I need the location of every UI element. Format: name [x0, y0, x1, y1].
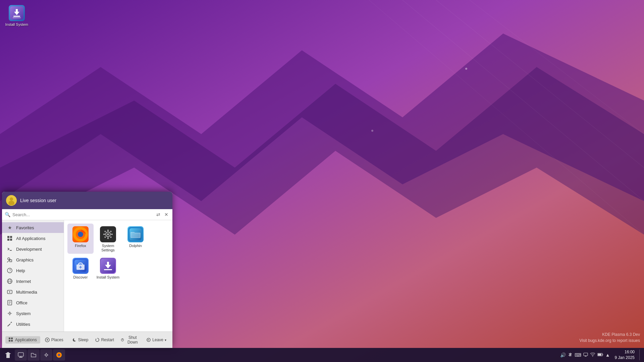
app-item-dolphin[interactable]: Dolphin — [122, 224, 149, 254]
app-item-firefox[interactable]: Firefox — [67, 224, 94, 254]
desktop: Install System KDE Plasma 6.3 Dev Visit … — [0, 0, 644, 362]
keyboard-icon[interactable]: ⌨ — [575, 352, 581, 358]
footer-tab-places[interactable]: Places — [42, 336, 67, 344]
svg-rect-60 — [104, 269, 112, 270]
footer-restart-button[interactable]: Restart — [92, 336, 117, 344]
development-icon — [7, 246, 13, 252]
svg-rect-43 — [107, 230, 109, 231]
sidebar-item-help-label: Help — [16, 268, 25, 273]
search-icon: 🔍 — [5, 212, 10, 217]
svg-rect-61 — [9, 338, 10, 339]
search-input[interactable] — [12, 212, 153, 217]
taskbar-firefox[interactable] — [53, 349, 65, 361]
wifi-icon[interactable] — [590, 352, 595, 358]
app-item-discover[interactable]: Discover — [67, 255, 94, 285]
footer-shutdown-button[interactable]: Shut Down — [118, 334, 142, 346]
bluetooth-icon[interactable] — [568, 352, 573, 358]
taskbar-files[interactable] — [28, 349, 40, 361]
svg-rect-62 — [11, 338, 13, 339]
svg-rect-20 — [10, 239, 12, 241]
sidebar-item-multimedia[interactable]: Multimedia — [2, 287, 64, 297]
menu-content: Firefox — [64, 220, 172, 331]
system-settings-icon — [100, 226, 116, 242]
sidebar-item-internet-label: Internet — [16, 279, 31, 284]
app-label-dolphin: Dolphin — [129, 244, 142, 248]
display-icon[interactable] — [583, 352, 588, 358]
taskbar-system-settings[interactable] — [40, 349, 52, 361]
search-filter-button[interactable]: ⇄ — [155, 211, 162, 218]
desktop-icon-install-system[interactable]: Install System — [3, 3, 30, 28]
taskbar-task-manager[interactable] — [15, 349, 27, 361]
sidebar-item-favorites-label: Favorites — [16, 225, 34, 230]
clock-time: 16:00 — [615, 349, 635, 355]
svg-rect-23 — [10, 260, 12, 262]
app-label-install-system: Install System — [97, 275, 119, 280]
sidebar-item-system[interactable]: System — [2, 308, 64, 319]
taskbar-start-button[interactable] — [3, 350, 13, 360]
search-close-button[interactable]: ✕ — [163, 211, 170, 218]
svg-marker-31 — [9, 291, 11, 293]
sleep-icon — [72, 338, 77, 342]
graphics-icon — [7, 257, 13, 263]
office-icon — [7, 300, 13, 306]
sidebar-item-favorites[interactable]: ★ Favorites — [2, 222, 64, 233]
app-grid: Firefox — [67, 224, 169, 285]
svg-rect-18 — [10, 236, 12, 238]
user-name: Live session user — [20, 198, 56, 203]
internet-icon — [7, 278, 13, 284]
expand-tray-icon[interactable]: ▲ — [605, 352, 610, 358]
multimedia-icon — [7, 289, 13, 295]
sidebar-item-graphics[interactable]: Graphics — [2, 254, 64, 265]
footer-tab-applications[interactable]: Applications — [5, 336, 40, 344]
sidebar-item-all-applications-label: All Applications — [16, 236, 45, 241]
svg-point-77 — [58, 354, 60, 356]
sidebar-item-graphics-label: Graphics — [16, 257, 34, 262]
restart-icon — [95, 338, 100, 342]
sidebar-item-utilities[interactable]: Utilities — [2, 319, 64, 329]
svg-point-36 — [9, 313, 11, 314]
svg-rect-17 — [7, 236, 9, 238]
utilities-icon — [7, 321, 13, 327]
svg-rect-44 — [107, 237, 109, 239]
menu-search: 🔍 ⇄ ✕ — [2, 209, 172, 220]
sidebar-item-internet[interactable]: Internet — [2, 276, 64, 287]
footer-applications-label: Applications — [15, 338, 37, 342]
footer-places-label: Places — [51, 338, 63, 342]
footer-sleep-button[interactable]: Sleep — [69, 336, 91, 344]
svg-rect-12 — [13, 16, 20, 17]
sidebar-item-development[interactable]: Development — [2, 244, 64, 254]
clock-date: 9 Jan 2025 — [615, 355, 635, 361]
app-label-system-settings: System Settings — [96, 244, 120, 252]
svg-marker-67 — [95, 339, 97, 340]
app-item-install-system[interactable]: Install System — [95, 255, 121, 285]
sidebar-item-office[interactable]: Office — [2, 297, 64, 308]
app-label-firefox: Firefox — [75, 244, 86, 248]
install-system-icon — [100, 258, 116, 274]
footer-restart-label: Restart — [101, 338, 114, 342]
svg-point-15 — [10, 197, 13, 201]
svg-rect-46 — [111, 234, 113, 235]
favorites-icon: ★ — [7, 225, 13, 231]
discover-icon — [72, 258, 89, 274]
volume-icon[interactable]: 🔊 — [560, 352, 566, 358]
battery-icon[interactable] — [597, 352, 603, 358]
taskbar-system-tray: 🔊 ⌨ ▲ 16:00 9 Jan 2025 — [560, 349, 641, 361]
svg-point-7 — [465, 68, 467, 70]
shutdown-icon — [121, 338, 124, 342]
sidebar-item-development-label: Development — [16, 247, 42, 252]
show-desktop-button[interactable] — [639, 350, 641, 360]
menu-footer: Applications Places Sleep Restart Shut D… — [2, 331, 172, 348]
sidebar-item-all-applications[interactable]: All Applications — [2, 233, 64, 244]
menu-body: ★ Favorites All Applications Development — [2, 220, 172, 331]
all-applications-icon — [7, 235, 13, 241]
install-system-desktop-label: Install System — [5, 22, 28, 26]
svg-rect-78 — [584, 353, 588, 356]
system-icon — [7, 310, 13, 316]
sidebar-item-office-label: Office — [16, 300, 28, 305]
svg-rect-63 — [9, 340, 10, 342]
taskbar-clock[interactable]: 16:00 9 Jan 2025 — [615, 349, 635, 361]
sidebar-item-help[interactable]: ? Help — [2, 265, 64, 276]
footer-leave-label: Leave — [152, 338, 163, 342]
footer-leave-button[interactable]: Leave ▾ — [144, 336, 169, 344]
app-item-system-settings[interactable]: System Settings — [95, 224, 121, 254]
